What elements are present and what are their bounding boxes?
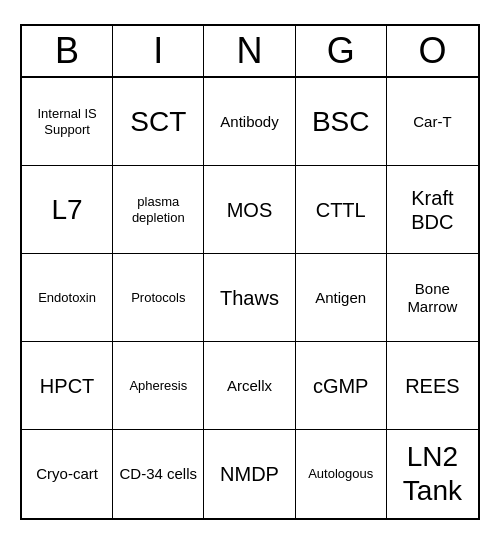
bingo-cell-r1-c0: L7: [22, 166, 113, 254]
bingo-cell-r2-c1: Protocols: [113, 254, 204, 342]
bingo-cell-r4-c1: CD-34 cells: [113, 430, 204, 518]
cell-label: Antibody: [220, 113, 278, 131]
header-letter: O: [387, 26, 478, 76]
header-letter: B: [22, 26, 113, 76]
bingo-cell-r1-c1: plasma depletion: [113, 166, 204, 254]
bingo-cell-r4-c3: Autologous: [296, 430, 387, 518]
bingo-cell-r0-c0: Internal IS Support: [22, 78, 113, 166]
cell-label: plasma depletion: [117, 194, 199, 225]
bingo-cell-r0-c2: Antibody: [204, 78, 295, 166]
cell-label: Kraft BDC: [391, 186, 474, 234]
bingo-cell-r2-c0: Endotoxin: [22, 254, 113, 342]
cell-label: HPCT: [40, 374, 94, 398]
cell-label: Autologous: [308, 466, 373, 482]
cell-label: CTTL: [316, 198, 366, 222]
bingo-cell-r1-c3: CTTL: [296, 166, 387, 254]
header-letter: N: [204, 26, 295, 76]
bingo-cell-r0-c3: BSC: [296, 78, 387, 166]
bingo-cell-r0-c1: SCT: [113, 78, 204, 166]
bingo-cell-r4-c2: NMDP: [204, 430, 295, 518]
cell-label: cGMP: [313, 374, 369, 398]
cell-label: Endotoxin: [38, 290, 96, 306]
cell-label: BSC: [312, 105, 370, 139]
cell-label: NMDP: [220, 462, 279, 486]
cell-label: Cryo-cart: [36, 465, 98, 483]
bingo-card: BINGO Internal IS SupportSCTAntibodyBSCC…: [20, 24, 480, 520]
cell-label: REES: [405, 374, 459, 398]
bingo-cell-r1-c2: MOS: [204, 166, 295, 254]
bingo-cell-r3-c0: HPCT: [22, 342, 113, 430]
bingo-cell-r0-c4: Car-T: [387, 78, 478, 166]
bingo-cell-r2-c2: Thaws: [204, 254, 295, 342]
bingo-grid: Internal IS SupportSCTAntibodyBSCCar-TL7…: [22, 78, 478, 518]
header-letter: G: [296, 26, 387, 76]
bingo-cell-r1-c4: Kraft BDC: [387, 166, 478, 254]
cell-label: L7: [52, 193, 83, 227]
bingo-cell-r3-c4: REES: [387, 342, 478, 430]
bingo-cell-r2-c4: Bone Marrow: [387, 254, 478, 342]
header-letter: I: [113, 26, 204, 76]
cell-label: Apheresis: [129, 378, 187, 394]
bingo-cell-r3-c3: cGMP: [296, 342, 387, 430]
cell-label: CD-34 cells: [120, 465, 198, 483]
cell-label: SCT: [130, 105, 186, 139]
cell-label: Car-T: [413, 113, 451, 131]
cell-label: Bone Marrow: [391, 280, 474, 316]
bingo-header: BINGO: [22, 26, 478, 78]
bingo-cell-r4-c4: LN2 Tank: [387, 430, 478, 518]
bingo-cell-r3-c2: Arcellx: [204, 342, 295, 430]
cell-label: Antigen: [315, 289, 366, 307]
cell-label: Arcellx: [227, 377, 272, 395]
bingo-cell-r3-c1: Apheresis: [113, 342, 204, 430]
cell-label: Internal IS Support: [26, 106, 108, 137]
cell-label: Protocols: [131, 290, 185, 306]
bingo-cell-r2-c3: Antigen: [296, 254, 387, 342]
cell-label: Thaws: [220, 286, 279, 310]
cell-label: MOS: [227, 198, 273, 222]
cell-label: LN2 Tank: [391, 440, 474, 507]
bingo-cell-r4-c0: Cryo-cart: [22, 430, 113, 518]
